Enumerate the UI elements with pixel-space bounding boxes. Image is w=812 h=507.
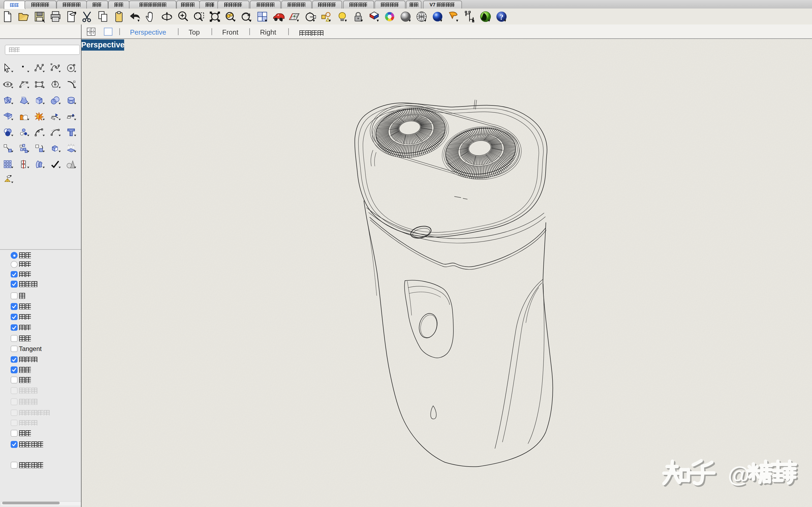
svg-text:@: @ [728, 462, 750, 487]
